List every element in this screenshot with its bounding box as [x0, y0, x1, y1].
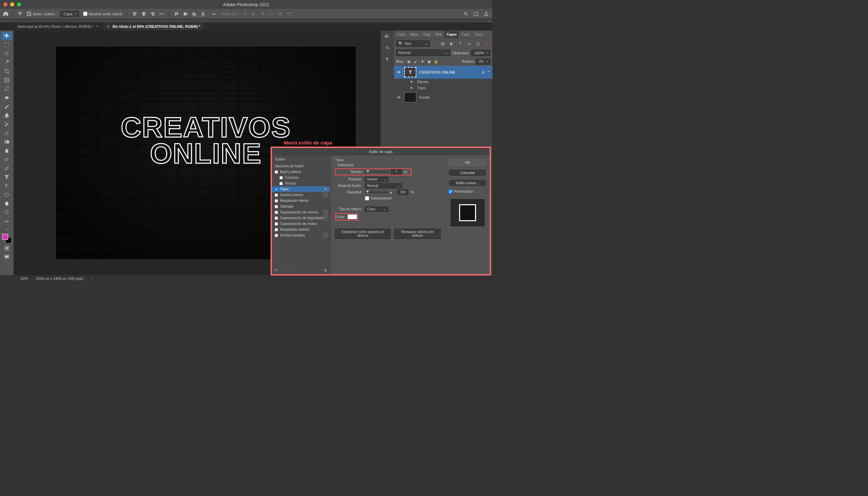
move-up-icon[interactable]: ↑ — [283, 268, 284, 272]
align-top-icon[interactable] — [173, 11, 180, 17]
close-window[interactable] — [3, 2, 7, 6]
panel-tab-paths[interactable]: Traza — [472, 31, 485, 38]
text-tool[interactable] — [1, 173, 12, 181]
brush-tool[interactable] — [1, 103, 12, 111]
share-icon[interactable] — [483, 11, 489, 17]
stroke-size-input[interactable]: 7 — [391, 169, 402, 174]
panel-tab-swatches[interactable]: Mues — [408, 31, 420, 38]
zoom-tool[interactable] — [1, 208, 12, 216]
style-pattern-overlay-row[interactable]: Superposición de motivo — [272, 221, 330, 227]
lock-artboard-icon[interactable]: ▣ — [427, 59, 432, 64]
fx-menu-icon[interactable]: fx↓ — [275, 268, 279, 272]
history-brush-tool[interactable] — [1, 120, 12, 128]
trash-icon[interactable]: 🗑 — [324, 268, 327, 272]
filter-smart-icon[interactable]: ◫ — [475, 40, 481, 47]
lock-position-icon[interactable]: ✥ — [420, 59, 425, 64]
preview-checkbox[interactable]: Previsualizar — [448, 189, 487, 194]
style-color-overlay-row[interactable]: Superposición de colores+ — [272, 209, 330, 215]
stroke-opacity-input[interactable]: 100 — [397, 190, 408, 195]
ok-button[interactable]: OK — [448, 159, 487, 166]
zoom-window[interactable] — [17, 2, 21, 6]
style-inner-glow-row[interactable]: Resplandor interior — [272, 198, 330, 204]
document-tab[interactable]: Neón.psd al 50,4% (Texto + efectos, RGB/… — [14, 22, 103, 31]
workspace-icon[interactable] — [473, 11, 479, 17]
lock-pixels-icon[interactable]: 🖌 — [413, 59, 418, 64]
more-options-icon[interactable]: ••• — [211, 11, 217, 17]
fill-type-dropdown[interactable]: Color⌄ — [365, 207, 389, 212]
panel-tab-gradients[interactable]: Degr — [421, 31, 433, 38]
layer-row[interactable]: 👁 Fondo — [394, 91, 492, 104]
stamp-tool[interactable] — [1, 111, 12, 120]
character-panel-icon[interactable]: A| — [383, 43, 391, 51]
swap-colors-icon[interactable]: ⇄ — [6, 228, 8, 231]
quick-mask-icon[interactable] — [1, 244, 12, 252]
close-tab-icon[interactable]: × — [96, 24, 99, 29]
style-bevel-row[interactable]: Bisel y relieve — [272, 169, 330, 175]
layer-fill-input[interactable]: 0% — [476, 59, 490, 64]
add-effect-icon[interactable]: + — [323, 187, 328, 192]
new-style-button[interactable]: Estilo nuevo... — [448, 179, 487, 187]
add-effect-icon[interactable]: + — [323, 193, 328, 198]
fx-badge[interactable]: fx — [482, 71, 484, 74]
crop-tool[interactable] — [1, 67, 12, 75]
marquee-tool[interactable] — [1, 41, 12, 49]
hand-tool[interactable] — [1, 200, 12, 207]
gradient-tool[interactable] — [1, 138, 12, 146]
layer-effects-row[interactable]: 👁Efectos — [394, 79, 492, 85]
paragraph-panel-icon[interactable]: ¶ — [383, 55, 391, 63]
eyedropper-tool[interactable] — [1, 85, 12, 93]
align-left-icon[interactable] — [131, 11, 138, 17]
minimize-window[interactable] — [10, 2, 14, 6]
lock-all-icon[interactable]: 🔒 — [433, 59, 439, 64]
auto-select-checkbox[interactable]: Selec. autom.: — [27, 12, 56, 16]
style-stroke-row[interactable]: Trazo+ — [272, 186, 330, 192]
close-tab-icon[interactable]: × — [107, 24, 110, 29]
align-middle-icon[interactable] — [182, 11, 189, 17]
magic-wand-tool[interactable] — [1, 58, 12, 66]
visibility-icon[interactable]: 👁 — [396, 95, 401, 99]
auto-select-target-dropdown[interactable]: Capa — [60, 11, 79, 17]
style-outer-glow-row[interactable]: Resplandor exterior — [272, 227, 330, 232]
visibility-icon[interactable]: 👁 — [409, 80, 414, 84]
align-bottom-icon[interactable] — [191, 11, 198, 17]
search-icon[interactable] — [463, 11, 469, 17]
visibility-icon[interactable]: 👁 — [396, 70, 401, 74]
filter-text-icon[interactable]: T — [457, 40, 464, 47]
layer-filter-dropdown[interactable]: 🔍 Tipo⌄ — [396, 41, 430, 47]
distribute-icon[interactable] — [200, 11, 207, 17]
layer-thumbnail[interactable]: T — [404, 67, 416, 77]
add-effect-icon[interactable]: + — [323, 233, 328, 238]
histogram-panel-icon[interactable] — [383, 32, 391, 40]
filter-shape-icon[interactable]: ▭ — [466, 40, 473, 47]
heal-tool[interactable] — [1, 94, 12, 102]
add-effect-icon[interactable]: + — [323, 210, 328, 215]
overprint-checkbox[interactable]: Sobreimprimir — [365, 196, 391, 201]
filter-adjust-icon[interactable]: ◐ — [448, 40, 455, 47]
filter-pixel-icon[interactable]: ▧ — [439, 40, 446, 47]
stroke-blend-dropdown[interactable]: Normal⌄ — [365, 183, 402, 188]
style-drop-shadow-row[interactable]: Sombra paralela+ — [272, 232, 330, 238]
collapse-icon[interactable]: ⌃ — [487, 70, 490, 75]
blend-mode-dropdown[interactable]: Normal ⌄ — [396, 49, 450, 56]
path-select-tool[interactable] — [1, 182, 12, 190]
reset-default-button[interactable]: Restaurar valores por defecto — [394, 229, 441, 239]
lasso-tool[interactable] — [1, 49, 12, 58]
move-down-icon[interactable]: ↓ — [288, 268, 289, 272]
panel-tab-layers[interactable]: Capas — [445, 31, 459, 38]
layer-thumbnail[interactable] — [404, 92, 416, 103]
more-align-icon[interactable] — [158, 11, 165, 17]
visibility-icon[interactable]: 👁 — [409, 86, 414, 90]
style-contour-row[interactable]: Contorno — [272, 175, 330, 181]
layer-opacity-input[interactable]: 100% — [471, 50, 490, 56]
layer-row[interactable]: 👁 T CREATIVOS ONLINE fx ⌃ — [394, 66, 492, 79]
stroke-position-dropdown[interactable]: Interior⌄ — [365, 177, 389, 182]
dodge-tool[interactable] — [1, 155, 12, 164]
filter-toggle-icon[interactable]: ● — [483, 40, 490, 47]
color-swatches[interactable] — [2, 234, 12, 243]
panel-tab-channels[interactable]: Cana — [460, 31, 472, 38]
home-icon[interactable] — [3, 11, 9, 17]
align-right-icon[interactable] — [149, 11, 156, 17]
style-texture-row[interactable]: Textura — [272, 181, 330, 186]
show-transform-controls-checkbox[interactable]: Mostrar contr. transf. — [83, 12, 123, 16]
panel-tab-color[interactable]: Color — [395, 31, 407, 38]
